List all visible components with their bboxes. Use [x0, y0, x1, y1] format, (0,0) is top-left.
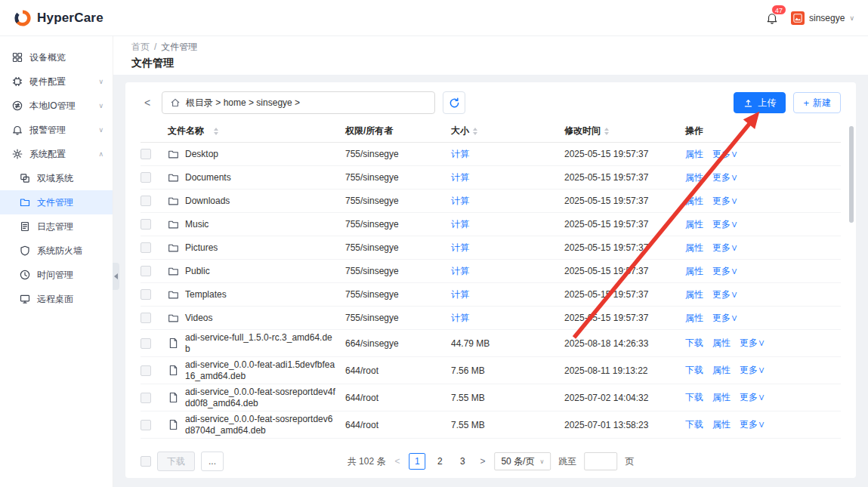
file-name[interactable]: Documents [185, 172, 231, 183]
prev-page-button[interactable]: < [393, 456, 401, 467]
more-actions-button[interactable]: ... [201, 452, 224, 471]
upload-button[interactable]: 上传 [734, 92, 786, 113]
file-name[interactable]: Downloads [185, 196, 230, 207]
more-action[interactable]: 更多∨ [712, 265, 738, 278]
file-name[interactable]: adi-service_0.0.0-feat-adi1.5devfbfea16_… [185, 359, 336, 382]
sidebar-item-device-overview[interactable]: 设备概览 [0, 45, 113, 69]
file-name[interactable]: adi-service_0.0.0-feat-sosreportdev6d870… [185, 414, 336, 436]
more-action[interactable]: 更多∨ [740, 418, 765, 431]
row-checkbox[interactable] [141, 266, 151, 276]
file-name[interactable]: Desktop [185, 149, 218, 160]
sort-icon[interactable] [473, 128, 477, 135]
breadcrumb-home[interactable]: 首页 [131, 42, 150, 52]
properties-action[interactable]: 属性 [685, 312, 703, 325]
more-action[interactable]: 更多∨ [740, 337, 765, 350]
refresh-button[interactable] [443, 91, 465, 114]
more-action[interactable]: 更多∨ [712, 242, 738, 254]
properties-action[interactable]: 属性 [685, 265, 703, 278]
properties-action[interactable]: 属性 [712, 418, 731, 431]
sort-icon[interactable] [604, 128, 609, 135]
row-checkbox[interactable] [141, 289, 151, 300]
column-header-size[interactable]: 大小 [451, 125, 564, 137]
row-checkbox[interactable] [141, 242, 151, 253]
properties-action[interactable]: 属性 [685, 218, 703, 231]
more-action[interactable]: 更多∨ [712, 171, 738, 184]
sidebar-collapse-handle[interactable] [113, 263, 119, 290]
column-header-name[interactable]: 文件名称 [168, 125, 345, 137]
more-action[interactable]: 更多∨ [712, 195, 738, 208]
more-action[interactable]: 更多∨ [740, 391, 765, 404]
file-name[interactable]: adi-service_0.0.0-feat-sosreportdev4fdd0… [185, 387, 336, 409]
sidebar-subitem-dual-domain[interactable]: 双域系统 [0, 166, 113, 190]
scrollbar-thumb[interactable] [849, 126, 854, 223]
properties-action[interactable]: 属性 [685, 195, 703, 208]
next-page-button[interactable]: > [478, 456, 487, 467]
page-size-select[interactable]: 50 条/页 ∨ [494, 452, 551, 470]
properties-action[interactable]: 属性 [685, 148, 703, 161]
more-action[interactable]: 更多∨ [712, 312, 738, 325]
file-name[interactable]: adi-service-full_1.5.0-rc.3_amd64.deb [185, 332, 336, 355]
row-checkbox[interactable] [141, 365, 151, 376]
sidebar-subitem-firewall[interactable]: 系统防火墙 [0, 239, 113, 263]
file-name[interactable]: Videos [185, 313, 212, 324]
properties-action[interactable]: 属性 [685, 288, 703, 301]
sidebar-item-hardware-config[interactable]: 硬件配置 ∨ [0, 69, 113, 94]
row-checkbox[interactable] [141, 219, 151, 230]
file-size[interactable]: 计算 [451, 266, 469, 276]
file-size[interactable]: 计算 [451, 242, 469, 253]
back-button[interactable]: < [141, 97, 154, 109]
row-checkbox[interactable] [141, 172, 151, 183]
page-button-1[interactable]: 1 [409, 453, 425, 470]
download-selected-button[interactable]: 下载 [157, 452, 195, 471]
page-button-2[interactable]: 2 [431, 453, 448, 470]
more-action[interactable]: 更多∨ [712, 288, 738, 301]
row-checkbox[interactable] [141, 196, 151, 206]
user-menu[interactable]: sinsegye ∨ [791, 11, 854, 25]
file-name[interactable]: Music [185, 219, 209, 230]
download-action[interactable]: 下载 [685, 418, 703, 431]
sidebar-subitem-time-management[interactable]: 时间管理 [0, 263, 113, 287]
file-size[interactable]: 计算 [451, 219, 469, 230]
jump-unit: 页 [625, 455, 634, 468]
sidebar-subitem-file-management[interactable]: 文件管理 [0, 190, 113, 214]
row-checkbox[interactable] [141, 393, 151, 403]
more-action[interactable]: 更多∨ [712, 148, 738, 161]
file-size[interactable]: 计算 [451, 149, 469, 159]
download-action[interactable]: 下载 [685, 391, 703, 404]
sidebar-item-local-io[interactable]: 本地IO管理 ∨ [0, 94, 113, 118]
file-size[interactable]: 计算 [451, 172, 469, 183]
download-action[interactable]: 下载 [685, 364, 703, 377]
path-input[interactable]: 根目录 > home > sinsegye > [162, 91, 435, 114]
sidebar-item-alarm-management[interactable]: 报警管理 ∨ [0, 118, 113, 142]
column-header-modified[interactable]: 修改时间 [564, 125, 685, 137]
properties-action[interactable]: 属性 [712, 364, 731, 377]
download-action[interactable]: 下载 [685, 337, 703, 350]
sort-icon[interactable] [214, 128, 218, 135]
notifications-button[interactable]: 47 [764, 10, 780, 26]
file-name[interactable]: Templates [185, 289, 227, 301]
sidebar-item-system-config[interactable]: 系统配置 ∧ [0, 142, 113, 166]
file-size[interactable]: 计算 [451, 289, 469, 300]
file-name[interactable]: Public [185, 266, 210, 277]
properties-action[interactable]: 属性 [712, 337, 731, 350]
properties-action[interactable]: 属性 [712, 391, 731, 404]
file-name[interactable]: Pictures [185, 242, 218, 254]
row-checkbox[interactable] [141, 420, 151, 430]
sidebar-subitem-remote-desktop[interactable]: 远程桌面 [0, 287, 113, 311]
more-action[interactable]: 更多∨ [740, 364, 765, 377]
row-checkbox[interactable] [141, 149, 151, 159]
select-all-checkbox[interactable] [141, 456, 151, 467]
page-button-3[interactable]: 3 [454, 453, 471, 470]
new-button[interactable]: + 新建 [793, 92, 841, 113]
row-checkbox[interactable] [141, 338, 151, 349]
properties-action[interactable]: 属性 [685, 171, 703, 184]
file-size[interactable]: 计算 [451, 313, 469, 323]
sidebar-subitem-log-management[interactable]: 日志管理 [0, 214, 113, 239]
row-checkbox[interactable] [141, 313, 151, 323]
more-action[interactable]: 更多∨ [712, 218, 738, 231]
file-size[interactable]: 计算 [451, 196, 469, 206]
properties-action[interactable]: 属性 [685, 242, 703, 254]
file-table: 文件名称 权限/所有者 大小 修改时间 [141, 120, 841, 445]
sidebar-item-label: 日志管理 [37, 220, 73, 233]
jump-page-input[interactable] [584, 452, 617, 470]
